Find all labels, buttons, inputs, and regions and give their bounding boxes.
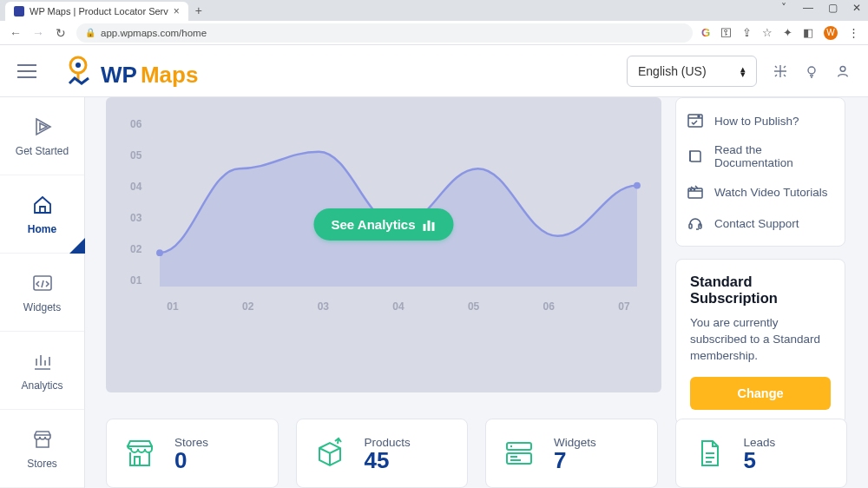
help-link-publish[interactable]: How to Publish? xyxy=(687,105,834,136)
store-icon xyxy=(31,428,54,451)
panel-icon[interactable]: ◧ xyxy=(803,26,813,39)
help-link-label: Read the Documentation xyxy=(714,143,834,169)
tab-title: WP Maps | Product Locator Serv xyxy=(30,6,168,16)
google-icon[interactable]: G xyxy=(701,26,710,39)
headset-icon xyxy=(687,214,704,232)
logo-pin-icon xyxy=(62,54,97,89)
chart-icon xyxy=(31,350,54,373)
sidebar-item-label: Analytics xyxy=(21,379,62,392)
stat-value: 0 xyxy=(174,449,208,472)
sidebar-item-label: Get Started xyxy=(16,145,69,157)
idea-icon[interactable] xyxy=(804,63,819,79)
svg-rect-11 xyxy=(432,221,435,230)
star-icon[interactable]: ☆ xyxy=(762,26,773,39)
sidebar-item-get-started[interactable]: Get Started xyxy=(0,97,84,175)
home-icon xyxy=(31,194,54,216)
help-link-label: Contact Support xyxy=(714,217,799,230)
window-controls: ˅ ― ▢ ✕ xyxy=(778,2,863,14)
change-plan-button[interactable]: Change xyxy=(690,377,831,410)
play-icon xyxy=(31,115,54,138)
minimize-icon[interactable]: ― xyxy=(802,2,814,14)
forward-icon: → xyxy=(31,26,45,40)
sidebar-item-label: Home xyxy=(28,223,56,235)
help-link-label: Watch Video Tutorials xyxy=(714,186,828,199)
share-icon[interactable]: ⇪ xyxy=(742,26,752,39)
analytics-chart-card: 06 05 04 03 02 01 xyxy=(106,97,661,392)
maximize-icon[interactable]: ▢ xyxy=(826,2,838,14)
svg-point-16 xyxy=(694,189,694,190)
book-icon xyxy=(687,148,704,165)
package-icon xyxy=(312,436,347,471)
language-value: English (US) xyxy=(638,64,707,78)
chevron-down-icon[interactable]: ˅ xyxy=(778,2,790,14)
svg-rect-10 xyxy=(428,220,431,230)
stat-card-leads[interactable]: Leads 5 xyxy=(675,419,848,488)
svg-rect-20 xyxy=(507,453,531,464)
svg-point-7 xyxy=(156,249,163,256)
svg-rect-17 xyxy=(689,224,692,228)
brand-text-maps: Maps xyxy=(141,62,198,89)
svg-point-3 xyxy=(840,66,845,71)
subscription-desc: You are currently subscribed to a Standa… xyxy=(690,315,831,365)
sidebar-item-widgets[interactable]: Widgets xyxy=(0,254,84,332)
content-area: 06 05 04 03 02 01 xyxy=(85,97,868,488)
svg-point-13 xyxy=(698,115,700,117)
bar-chart-icon xyxy=(423,218,437,230)
brand-text-wp: WP xyxy=(101,62,137,89)
svg-point-8 xyxy=(634,182,641,189)
sidebar-item-stores[interactable]: Stores xyxy=(0,410,84,488)
svg-rect-9 xyxy=(424,223,426,230)
help-link-support[interactable]: Contact Support xyxy=(687,208,834,239)
document-icon xyxy=(692,436,727,471)
dropdown-caret-icon: ▴▾ xyxy=(740,66,746,76)
reload-icon[interactable]: ↻ xyxy=(54,26,68,40)
close-icon[interactable]: × xyxy=(174,5,180,17)
button-label: See Analytics xyxy=(332,217,416,232)
key-icon[interactable]: ⚿ xyxy=(720,26,732,39)
help-link-videos[interactable]: Watch Video Tutorials xyxy=(687,176,834,208)
sidebar-item-analytics[interactable]: Analytics xyxy=(0,332,84,410)
widget-icon xyxy=(502,436,536,471)
svg-point-1 xyxy=(76,63,81,68)
sidebar-item-home[interactable]: Home xyxy=(0,175,84,254)
chart-y-ticks: 06 05 04 03 02 01 xyxy=(130,118,156,287)
menu-toggle-icon[interactable] xyxy=(17,64,36,78)
sidebar-item-label: Stores xyxy=(27,458,57,470)
subscription-card: Standard Subscription You are currently … xyxy=(675,259,845,425)
user-icon[interactable] xyxy=(835,63,851,79)
browser-check-icon xyxy=(687,112,704,129)
svg-point-2 xyxy=(808,67,815,74)
stat-card-stores[interactable]: Stores 0 xyxy=(106,419,279,488)
help-link-docs[interactable]: Read the Documentation xyxy=(687,136,834,176)
back-icon[interactable]: ← xyxy=(9,26,23,40)
help-links-card: How to Publish? Read the Documentation W… xyxy=(675,97,845,247)
stat-card-products[interactable]: Products 45 xyxy=(296,419,469,488)
language-select[interactable]: English (US) ▴▾ xyxy=(627,56,757,87)
stat-value: 45 xyxy=(365,449,411,472)
close-icon[interactable]: ✕ xyxy=(851,2,863,14)
address-bar: ← → ↻ 🔒 app.wpmaps.com/home G ⚿ ⇪ ☆ ✦ ◧ … xyxy=(0,21,868,45)
brand-logo[interactable]: WP Maps xyxy=(62,54,198,89)
stats-row: Stores 0 Products 45 xyxy=(106,419,847,488)
chart-x-ticks: 01 02 03 04 05 06 07 xyxy=(160,300,637,318)
store-icon xyxy=(122,436,157,471)
tab-favicon xyxy=(14,6,24,16)
extensions-icon[interactable]: ✦ xyxy=(783,26,792,39)
browser-tab[interactable]: WP Maps | Product Locator Serv × xyxy=(5,2,188,21)
stat-card-widgets[interactable]: Widgets 7 xyxy=(485,419,658,488)
stat-value: 7 xyxy=(554,449,596,472)
new-tab-button[interactable]: + xyxy=(188,3,209,17)
lock-icon: 🔒 xyxy=(85,28,95,37)
expand-icon[interactable] xyxy=(773,63,788,79)
url-text: app.wpmaps.com/home xyxy=(101,28,207,38)
stat-value: 5 xyxy=(744,449,776,472)
profile-avatar[interactable]: W xyxy=(824,26,838,40)
chart-plot xyxy=(160,118,637,287)
see-analytics-button[interactable]: See Analytics xyxy=(314,208,454,241)
svg-point-15 xyxy=(690,189,691,190)
help-link-label: How to Publish? xyxy=(714,115,799,128)
code-icon xyxy=(31,272,54,294)
url-field[interactable]: 🔒 app.wpmaps.com/home xyxy=(76,23,693,43)
kebab-menu-icon[interactable]: ⋮ xyxy=(848,26,859,39)
sidebar-item-label: Widgets xyxy=(23,301,61,313)
